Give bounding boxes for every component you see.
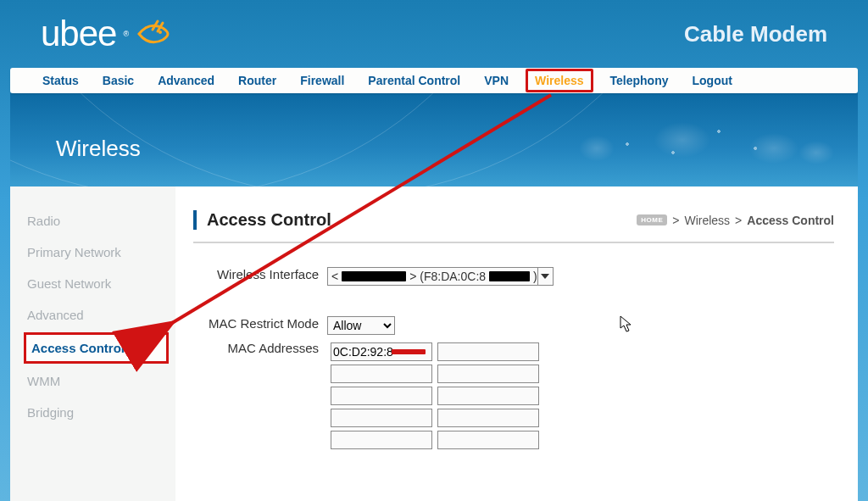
sidebar: Radio Primary Network Guest Network Adva…	[10, 186, 176, 501]
page-title: Access Control	[193, 210, 331, 230]
nav-status[interactable]: Status	[31, 68, 91, 93]
iface-prefix: <	[331, 270, 338, 283]
mac-address-input-r4c1[interactable]	[437, 431, 539, 449]
banner-title: Wireless	[56, 136, 141, 162]
redacted-mac-tail	[489, 271, 530, 281]
sidebar-item-guest-network[interactable]: Guest Network	[10, 268, 175, 299]
page-heading: Access Control HOME > Wireless > Access …	[193, 207, 834, 243]
sidebar-item-advanced[interactable]: Advanced	[10, 299, 175, 331]
mac-restrict-select[interactable]: Allow	[327, 316, 395, 335]
banner: Wireless	[10, 93, 858, 186]
nav-wireless[interactable]: Wireless	[526, 69, 593, 92]
sidebar-item-primary-network[interactable]: Primary Network	[10, 237, 175, 268]
mac-address-grid	[327, 340, 542, 452]
fish-icon	[134, 16, 170, 52]
mac-address-input-r3c0[interactable]	[331, 409, 432, 427]
redacted-ssid	[342, 271, 406, 281]
header: ubee® Cable Modem	[0, 0, 868, 68]
iface-mid: > (F8:DA:0C:8	[409, 270, 486, 283]
top-nav: Status Basic Advanced Router Firewall Pa…	[10, 68, 858, 93]
main-panel: Access Control HOME > Wireless > Access …	[176, 186, 858, 501]
device-name: Cable Modem	[684, 21, 827, 47]
nav-router[interactable]: Router	[226, 68, 288, 93]
sidebar-item-wmm[interactable]: WMM	[10, 365, 175, 397]
wireless-interface-select[interactable]: < > (F8:DA:0C:8 )	[327, 267, 554, 286]
breadcrumb-home-icon[interactable]: HOME	[637, 214, 667, 225]
mac-restrict-label: MAC Restrict Mode	[195, 315, 322, 337]
mac-restrict-form: MAC Restrict Mode Allow MAC Addresses	[193, 313, 548, 455]
svg-point-0	[159, 31, 162, 34]
breadcrumb-part1: Wireless	[684, 214, 730, 227]
settings-form: Wireless Interface < > (F8:DA:0C:8 )	[193, 264, 559, 289]
sidebar-item-access-control[interactable]: Access Control	[24, 332, 169, 364]
nav-vpn[interactable]: VPN	[472, 68, 520, 93]
world-map-decoration	[536, 102, 841, 186]
nav-telephony[interactable]: Telephony	[598, 68, 681, 93]
content: Radio Primary Network Guest Network Adva…	[10, 186, 858, 501]
breadcrumb: HOME > Wireless > Access Control	[637, 214, 834, 227]
brand-name: ubee	[41, 14, 116, 54]
mac-address-input-r1c1[interactable]	[437, 365, 539, 383]
nav-firewall[interactable]: Firewall	[288, 68, 356, 93]
breadcrumb-sep: >	[672, 214, 679, 227]
brand-logo: ubee®	[41, 14, 170, 54]
registered-icon: ®	[123, 30, 129, 38]
mac-address-input-r2c1[interactable]	[437, 387, 539, 405]
mac-address-input-r3c1[interactable]	[437, 409, 539, 427]
breadcrumb-sep: >	[735, 214, 742, 227]
wireless-interface-label: Wireless Interface	[195, 265, 322, 287]
mac-address-input-r0c1[interactable]	[437, 342, 539, 361]
cursor-icon	[620, 315, 633, 334]
sidebar-item-bridging[interactable]: Bridging	[10, 397, 175, 428]
mac-address-input-r4c0[interactable]	[331, 431, 432, 449]
sidebar-item-radio[interactable]: Radio	[10, 205, 175, 237]
breadcrumb-part2: Access Control	[747, 214, 834, 227]
nav-advanced[interactable]: Advanced	[146, 68, 226, 93]
chevron-down-icon	[537, 268, 553, 285]
mac-address-input-r1c0[interactable]	[331, 365, 432, 383]
nav-logout[interactable]: Logout	[680, 68, 743, 93]
redacted-mac-fragment	[392, 349, 426, 354]
nav-basic[interactable]: Basic	[91, 68, 146, 93]
mac-address-input-r2c0[interactable]	[331, 387, 432, 405]
nav-parental-control[interactable]: Parental Control	[356, 68, 472, 93]
mac-addresses-label: MAC Addresses	[195, 338, 322, 454]
